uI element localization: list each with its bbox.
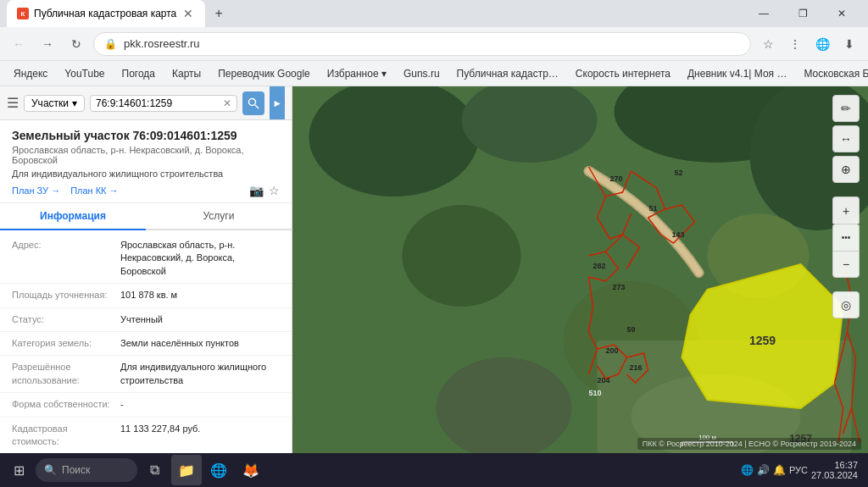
info-row-status: Статус: Учтенный xyxy=(0,308,292,332)
zoom-controls: + ••• − xyxy=(832,196,860,278)
search-input[interactable] xyxy=(96,97,223,109)
plan-zu-link[interactable]: План ЗУ → xyxy=(12,185,60,196)
plan-kk-link[interactable]: План КК → xyxy=(70,185,118,196)
close-button[interactable]: ✕ xyxy=(822,0,861,27)
start-button[interactable]: ⊞ xyxy=(3,455,34,485)
map-footer: ПКК © Росреестр 2010-2024 | ЕСНО © Росре… xyxy=(637,438,861,450)
map-area[interactable]: 270 52 51 143 282 273 59 200 216 204 748… xyxy=(292,86,868,453)
search-category-dropdown[interactable]: Участки ▾ xyxy=(24,95,85,112)
bookmark-maps[interactable]: Карты xyxy=(165,65,208,82)
bookmark-translate[interactable]: Переводчик Google xyxy=(211,65,317,82)
pencil-tool-button[interactable]: ✏ xyxy=(832,95,860,122)
dropdown-arrow-icon: ▾ xyxy=(72,97,77,109)
forward-button[interactable]: → xyxy=(36,32,59,56)
share-icon[interactable]: 📷 xyxy=(249,184,264,197)
search-clear-icon[interactable]: ✕ xyxy=(223,97,231,109)
firefox-button[interactable]: 🦊 xyxy=(236,455,266,485)
bookmark-diary[interactable]: Дневник v4.1| Моя … xyxy=(681,65,794,82)
bookmark-button[interactable]: ☆ xyxy=(756,32,780,56)
task-view-button[interactable]: ⧉ xyxy=(139,455,170,485)
bookmark-speed[interactable]: Скорость интернета xyxy=(569,65,677,82)
svg-text:143: 143 xyxy=(672,230,685,239)
restore-button[interactable]: ❐ xyxy=(783,0,822,27)
taskbar-right: 🌐 🔊 🔔 РУС 16:37 27.03.2024 xyxy=(741,460,865,480)
menu-icon[interactable]: ☰ xyxy=(7,95,19,111)
svg-point-0 xyxy=(249,98,256,105)
tab-favicon: К xyxy=(17,8,29,19)
label-status: Статус: xyxy=(12,313,114,326)
property-title: Земельный участок 76:09:014601:1259 xyxy=(12,129,280,142)
panel-tabs: Информация Услуги xyxy=(0,203,292,230)
search-category-label: Участки xyxy=(31,97,69,109)
browser-button[interactable]: 🌐 xyxy=(203,455,234,485)
svg-text:52: 52 xyxy=(675,169,683,177)
compass-button[interactable]: ◎ xyxy=(832,291,860,318)
bookmark-weather[interactable]: Погода xyxy=(115,65,163,82)
value-status: Учтенный xyxy=(120,313,280,326)
bookmark-moex[interactable]: Московская Биржа xyxy=(797,65,868,82)
zoom-out-button[interactable]: − xyxy=(832,251,860,278)
property-action-icons: 📷 ☆ xyxy=(249,184,280,197)
taskbar-time-display: 16:37 xyxy=(834,460,858,470)
address-bar-actions: ☆ ⋮ 🌐 ⬇ xyxy=(756,32,861,56)
more-button[interactable]: ⋮ xyxy=(783,32,807,56)
property-header: Земельный участок 76:09:014601:1259 Ярос… xyxy=(0,120,292,203)
info-row-address: Адрес: Ярославская область, р-н. Некрасо… xyxy=(0,234,292,284)
bookmark-pkk[interactable]: Публичная кадастр… xyxy=(450,65,565,82)
star-icon[interactable]: ☆ xyxy=(269,184,280,197)
svg-text:282: 282 xyxy=(593,262,606,270)
info-row-category: Категория земель: Земли населённых пункт… xyxy=(0,332,292,356)
panel-search: ☰ Участки ▾ ✕ ► xyxy=(0,86,292,120)
search-button[interactable] xyxy=(242,91,264,115)
value-address: Ярославская область, р-н. Некрасовский, … xyxy=(120,239,280,278)
url-bar[interactable]: 🔒 pkk.rosreestr.ru xyxy=(93,32,751,56)
svg-text:59: 59 xyxy=(627,325,636,334)
tab-title: Публичная кадастровая карта xyxy=(34,8,176,19)
left-panel: ☰ Участки ▾ ✕ ► Зем xyxy=(0,86,292,453)
reload-button[interactable]: ↻ xyxy=(64,32,88,56)
zoom-in-button[interactable]: + xyxy=(832,196,860,224)
label-cadastral-value: Кадастровая стоимость: xyxy=(12,423,114,449)
download-button[interactable]: ⬇ xyxy=(837,32,861,56)
active-tab[interactable]: К Публичная кадастровая карта ✕ xyxy=(7,0,205,27)
language-indicator: РУС xyxy=(789,465,808,475)
bookmark-favorites[interactable]: Избранное ▾ xyxy=(320,65,393,82)
window-controls: — ❐ ✕ xyxy=(744,0,861,27)
tab-info[interactable]: Информация xyxy=(0,203,146,230)
bookmark-guns[interactable]: Guns.ru xyxy=(397,65,447,82)
tab-close-button[interactable]: ✕ xyxy=(181,7,195,20)
info-row-usage: Разрешённое использование: Для индивидуа… xyxy=(0,356,292,393)
map-controls: ✏ ↔ ⊕ + ••• − ◎ xyxy=(832,95,860,318)
system-icons: 🌐 🔊 🔔 РУС xyxy=(741,464,808,476)
label-category: Категория земель: xyxy=(12,337,114,350)
measure-tool-button[interactable]: ↔ xyxy=(832,125,860,152)
location-button[interactable]: ⊕ xyxy=(832,156,860,183)
tab-services[interactable]: Услуги xyxy=(146,203,292,229)
content-area: ☰ Участки ▾ ✕ ► Зем xyxy=(0,86,868,453)
taskbar-search[interactable]: 🔍 Поиск xyxy=(36,458,137,482)
value-ownership: - xyxy=(120,398,280,411)
taskbar-search-icon: 🔍 xyxy=(44,464,57,476)
extensions-button[interactable]: 🌐 xyxy=(810,32,834,56)
aerial-map[interactable]: 270 52 51 143 282 273 59 200 216 204 748… xyxy=(292,86,868,453)
panel-collapse-button[interactable]: ► xyxy=(270,86,285,119)
back-button[interactable]: ← xyxy=(7,32,31,56)
minimize-button[interactable]: — xyxy=(744,0,783,27)
info-row-area: Площадь уточненная: 101 878 кв. м xyxy=(0,284,292,307)
taskbar-clock[interactable]: 16:37 27.03.2024 xyxy=(811,460,858,480)
label-area: Площадь уточненная: xyxy=(12,289,114,302)
info-row-cadastral-value: Кадастровая стоимость: 11 133 227,84 руб… xyxy=(0,418,292,453)
notification-icon: 🔔 xyxy=(773,464,786,476)
zoom-level-button[interactable]: ••• xyxy=(832,224,860,251)
file-explorer-button[interactable]: 📁 xyxy=(171,455,202,485)
new-tab-button[interactable]: + xyxy=(207,2,231,25)
svg-text:200: 200 xyxy=(606,346,619,355)
bookmarks-bar: Яндекс YouTube Погода Карты Переводчик G… xyxy=(0,61,868,86)
bookmark-youtube[interactable]: YouTube xyxy=(58,65,111,82)
value-area: 101 878 кв. м xyxy=(120,289,280,302)
svg-text:270: 270 xyxy=(610,174,623,183)
tab-strip: К Публичная кадастровая карта ✕ + xyxy=(7,0,741,27)
label-ownership: Форма собственности: xyxy=(12,398,114,411)
info-table: Адрес: Ярославская область, р-н. Некрасо… xyxy=(0,230,292,453)
bookmark-yandex[interactable]: Яндекс xyxy=(7,65,54,82)
